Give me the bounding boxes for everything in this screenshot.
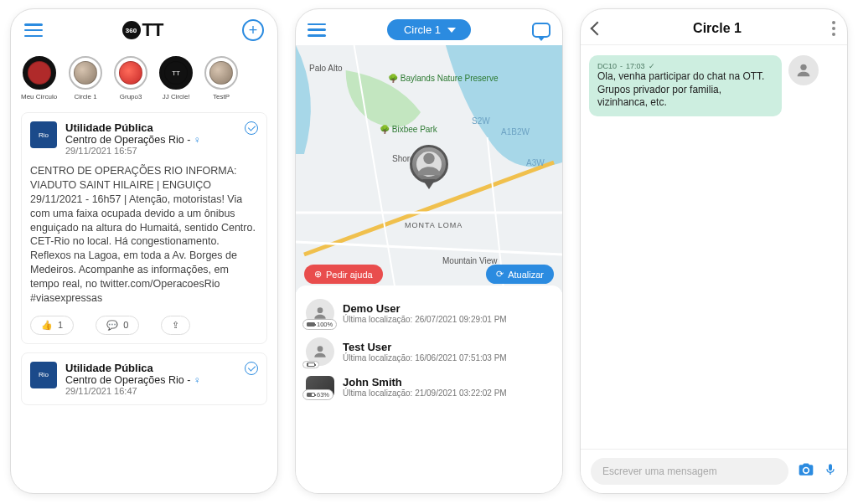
logo-text: TT (142, 19, 163, 41)
verified-badge-icon (245, 362, 258, 375)
chat-scroll[interactable]: DC10 - 17:03 ✓ Ola, venha participar do … (581, 45, 847, 449)
microphone-icon[interactable] (824, 460, 837, 482)
story-item[interactable]: Grupo3 (114, 56, 147, 100)
refresh-button[interactable]: ⟳ Atualizar (486, 265, 554, 284)
menu-icon[interactable] (308, 23, 326, 37)
message-text: Ola, venha participar do chat na OTT. Gr… (597, 70, 773, 110)
check-icon: ✓ (649, 62, 655, 70)
message-bubble: DC10 - 17:03 ✓ Ola, venha participar do … (589, 55, 782, 116)
header: Circle 1 (296, 9, 562, 45)
feed-post: Rio Utilidade Pública Centro de Operaçõe… (21, 112, 267, 344)
post-title: Utilidade Pública (65, 362, 153, 374)
list-item[interactable]: 63% John Smith Última localização: 21/09… (302, 371, 556, 403)
post-avatar: Rio (30, 121, 57, 148)
map-view[interactable]: Palo Alto 🌳 Baylands Nature Preserve 🌳 B… (296, 45, 562, 292)
chat-icon[interactable] (532, 23, 550, 38)
camera-icon[interactable] (797, 461, 815, 481)
header: Circle 1 (581, 9, 847, 45)
list-item[interactable]: 100% Demo User Última localização: 26/07… (302, 294, 556, 332)
user-location-pin[interactable] (410, 145, 448, 183)
map-label: Palo Alto (309, 64, 342, 73)
story-item[interactable]: TestP (204, 56, 238, 100)
chat-title: Circle 1 (693, 21, 742, 36)
post-avatar: Rio (30, 362, 57, 388)
comment-icon: 💬 (106, 320, 118, 331)
story-item[interactable]: TT JJ Circle! (159, 56, 193, 100)
post-timestamp: 29/11/2021 16:57 (65, 146, 201, 156)
screen-chat: Circle 1 DC10 - 17:03 ✓ Ola, venha parti… (580, 8, 848, 494)
chevron-down-icon (447, 28, 456, 33)
message-sender: DC10 (597, 62, 617, 70)
app-logo: 360 TT (122, 19, 163, 41)
story-strip[interactable]: Meu Círculo Circle 1 Grupo3 TT JJ Circle… (11, 48, 277, 107)
user-name: Demo User (343, 302, 552, 315)
user-name: Test User (343, 341, 552, 353)
refresh-icon: ⟳ (496, 269, 504, 280)
svg-point-1 (423, 152, 434, 163)
map-label: A1B2W (501, 127, 530, 136)
bulb-icon: ♀ (194, 134, 201, 146)
help-button[interactable]: ⊕ Pedir ajuda (304, 265, 383, 284)
bulb-icon: ♀ (194, 374, 201, 386)
svg-point-3 (318, 346, 323, 352)
thumbs-up-icon: 👍 (41, 320, 53, 331)
user-name: John Smith (343, 376, 552, 388)
add-button[interactable]: + (242, 19, 264, 41)
feed-post: Rio Utilidade Pública Centro de Operaçõe… (21, 352, 267, 405)
map-label: S2W (472, 116, 490, 126)
map-label: MONTA LOMA (405, 221, 463, 229)
battery-badge: 100% (302, 319, 337, 330)
map-label: A3W (526, 158, 545, 167)
more-options-icon[interactable] (832, 21, 835, 36)
chat-message: DC10 - 17:03 ✓ Ola, venha participar do … (589, 55, 839, 116)
members-list[interactable]: 100% Demo User Última localização: 26/07… (296, 285, 562, 493)
message-time: 17:03 (626, 62, 645, 70)
map-label: 🌳 Baylands Nature Preserve (388, 74, 499, 83)
svg-point-2 (318, 307, 323, 313)
list-item[interactable]: Test User Última localização: 16/06/2021… (302, 332, 556, 371)
battery-badge: 63% (302, 389, 333, 400)
chat-input-bar: Escrever uma mensagem (581, 449, 847, 493)
verified-badge-icon (245, 121, 258, 135)
map-label: 🌳 Bixbee Park (380, 125, 437, 134)
post-timestamp: 29/11/2021 16:47 (65, 386, 201, 396)
screen-feed: 360 TT + Meu Círculo Circle 1 Grupo3 TT … (10, 8, 278, 494)
logo-small-text: 360 (126, 27, 137, 34)
share-button[interactable]: ⇪ (161, 316, 190, 335)
svg-point-4 (800, 64, 806, 70)
circle-selector[interactable]: Circle 1 (387, 19, 471, 40)
feed-scroll[interactable]: Rio Utilidade Pública Centro de Operaçõe… (11, 107, 277, 493)
battery-badge (302, 361, 319, 368)
story-item[interactable]: Circle 1 (69, 56, 102, 100)
back-icon[interactable] (591, 22, 605, 36)
map-label: Mountain View (442, 256, 497, 265)
menu-icon[interactable] (24, 23, 43, 37)
share-icon: ⇪ (172, 320, 179, 331)
post-body: CENTRO DE OPERAÇÕES RIO INFORMA: VIADUTO… (30, 164, 258, 306)
message-input[interactable]: Escrever uma mensagem (591, 458, 788, 485)
post-source: Centro de Operações Rio - (65, 374, 194, 386)
story-item[interactable]: Meu Círculo (21, 56, 57, 100)
post-source: Centro de Operações Rio - (65, 134, 194, 146)
avatar (788, 55, 819, 85)
header: 360 TT + (11, 9, 277, 48)
comment-button[interactable]: 💬 0 (96, 316, 139, 335)
post-title: Utilidade Pública (65, 121, 153, 134)
like-button[interactable]: 👍 1 (30, 316, 74, 335)
screen-map: Circle 1 Palo Alto 🌳 Baylands Nature Pre… (295, 8, 563, 494)
lifebuoy-icon: ⊕ (314, 269, 322, 280)
person-icon (412, 147, 446, 181)
